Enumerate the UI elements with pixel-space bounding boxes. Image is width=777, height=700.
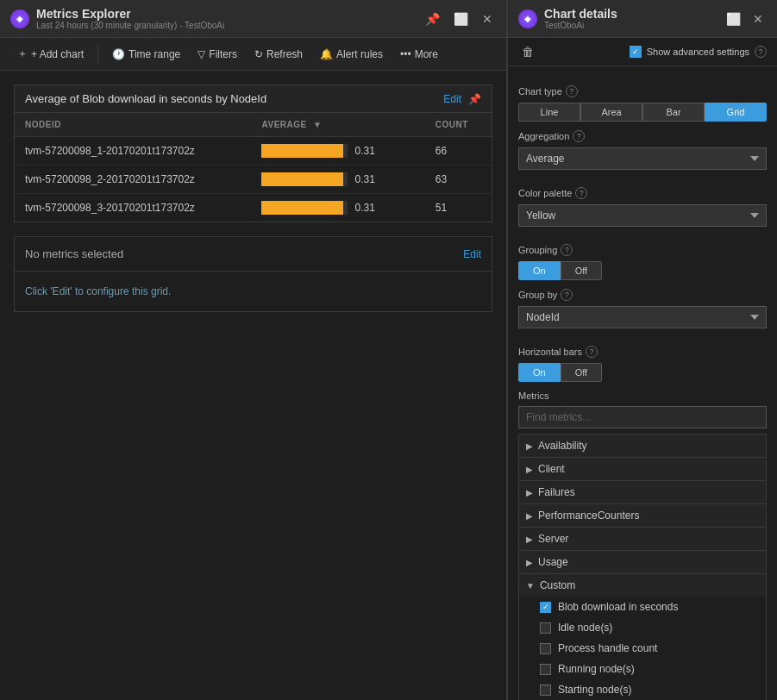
metrics-group-client: ▶ Client (519, 458, 766, 481)
cell-nodeid-1: tvm-57200098_2-20170201t173702z (15, 166, 251, 194)
metric-checkbox-3 (540, 664, 551, 675)
metric-item-idle-node(s)[interactable]: Idle node(s) (519, 617, 766, 638)
restore-button[interactable]: ⬜ (450, 10, 472, 28)
right-panel-subtitle: TestOboAi (544, 21, 617, 30)
metrics-label: Metrics (518, 391, 767, 401)
horizontal-bars-section: Horizontal bars ? (518, 346, 767, 358)
bar-fill-1 (261, 172, 343, 186)
app-title: Metrics Explorer (36, 7, 224, 21)
right-title-text: Chart details TestOboAi (544, 7, 617, 30)
grouping-section: Grouping ? (518, 244, 767, 256)
metric-checkbox-0: ✓ (540, 602, 551, 613)
grouping-on-button[interactable]: On (518, 261, 561, 280)
close-button[interactable]: ✕ (479, 10, 496, 28)
metric-item-process-handle-count[interactable]: Process handle count (519, 638, 766, 659)
right-panel-title: Chart details (544, 7, 617, 21)
col-average[interactable]: AVERAGE ▼ (251, 113, 424, 137)
chart-type-line[interactable]: Line (518, 103, 580, 122)
metric-label-0: Blob download in seconds (558, 601, 678, 613)
color-palette-info-icon: ? (575, 187, 587, 199)
bar-container-1 (261, 172, 348, 186)
table-row: tvm-57200098_2-20170201t173702z 0.31 63 (15, 166, 492, 194)
show-advanced-container: ✓ Show advanced settings ? (630, 46, 767, 58)
chart-type-grid[interactable]: Grid (705, 103, 767, 122)
horizontal-bars-off-button[interactable]: Off (561, 363, 602, 382)
metrics-search-input[interactable] (518, 406, 767, 428)
right-toolbar: 🗑 ✓ Show advanced settings ? (508, 38, 777, 66)
title-controls: 📌 ⬜ ✕ (422, 10, 496, 28)
metrics-group-header-server[interactable]: ▶ Server (519, 528, 766, 550)
title-left: ◆ Metrics Explorer Last 24 hours (30 min… (10, 7, 224, 30)
chart-title: Average of Blob download in seconds by N… (25, 92, 266, 105)
color-palette-select[interactable]: Yellow Blue Red Green (518, 204, 767, 227)
add-icon: ＋ (17, 47, 28, 61)
metrics-list: ▶ Availability ▶ Client ▶ Failures ▶ Per… (518, 434, 767, 700)
metrics-group-header-usage[interactable]: ▶ Usage (519, 551, 766, 573)
left-title-bar: ◆ Metrics Explorer Last 24 hours (30 min… (0, 0, 506, 38)
table-body: tvm-57200098_1-20170201t173702z 0.31 66 … (15, 137, 492, 222)
chart-edit-button[interactable]: Edit (443, 93, 461, 105)
expand-icon-client: ▶ (526, 465, 533, 474)
right-panel-content: Chart type ? Line Area Bar Grid Aggregat… (508, 66, 777, 700)
expand-icon-failures: ▶ (526, 488, 533, 497)
time-range-button[interactable]: 🕐 Time range (105, 45, 187, 64)
right-app-icon: ◆ (518, 9, 537, 28)
chart-type-section: Chart type ? (518, 85, 767, 97)
metrics-group-custom: ▼ Custom ✓ Blob download in seconds Idle… (519, 574, 766, 700)
grouping-off-button[interactable]: Off (561, 261, 602, 280)
metric-item-running-node(s)[interactable]: Running node(s) (519, 659, 766, 679)
metrics-group-header-custom[interactable]: ▼ Custom (519, 574, 766, 597)
pin-button[interactable]: 📌 (422, 10, 443, 28)
bar-container-0 (261, 144, 348, 158)
average-value-2: 0.31 (354, 202, 380, 214)
refresh-icon: ↻ (254, 48, 263, 60)
alert-rules-button[interactable]: 🔔 Alert rules (313, 45, 390, 64)
clock-icon: 🕐 (112, 48, 125, 60)
no-metrics-edit-button[interactable]: Edit (463, 248, 481, 260)
metric-checkbox-2 (540, 643, 551, 654)
expand-icon-custom: ▼ (526, 581, 535, 591)
horizontal-bars-on-button[interactable]: On (518, 363, 561, 382)
grouping-info-icon: ? (561, 244, 573, 256)
metric-checkbox-4 (540, 684, 551, 696)
group-label-failures: Failures (538, 486, 575, 498)
right-restore-button[interactable]: ⬜ (723, 10, 744, 28)
show-advanced-checkbox[interactable]: ✓ (630, 46, 642, 58)
left-panel: ◆ Metrics Explorer Last 24 hours (30 min… (0, 0, 507, 700)
add-chart-button[interactable]: ＋ + Add chart (10, 43, 91, 65)
right-title-bar: ◆ Chart details TestOboAi ⬜ ✕ (508, 0, 777, 38)
refresh-button[interactable]: ↻ Refresh (248, 45, 310, 64)
metric-item-starting-node(s)[interactable]: Starting node(s) (519, 679, 766, 700)
metric-item-blob-download-in-seconds[interactable]: ✓ Blob download in seconds (519, 597, 766, 617)
bar-fill-0 (261, 144, 343, 158)
right-close-button[interactable]: ✕ (749, 10, 767, 28)
chart-type-area[interactable]: Area (580, 103, 642, 122)
no-metrics-label: No metrics selected (25, 247, 123, 260)
chart-header: Average of Blob download in seconds by N… (15, 85, 492, 113)
chart-header-actions: Edit 📌 (443, 93, 481, 105)
aggregation-select[interactable]: Average Sum Min Max Count (518, 147, 767, 170)
delete-button[interactable]: 🗑 (518, 43, 537, 60)
table-header-row: NODEID AVERAGE ▼ COUNT (15, 113, 492, 137)
group-by-select[interactable]: NodeId None (518, 306, 767, 328)
metric-checkbox-1 (540, 622, 551, 634)
metric-label-2: Process handle count (558, 642, 657, 654)
metrics-group-header-client[interactable]: ▶ Client (519, 458, 766, 480)
aggregation-info-icon: ? (573, 130, 585, 142)
ellipsis-icon: ••• (400, 48, 411, 60)
chart-type-bar[interactable]: Bar (642, 103, 705, 122)
right-controls: ⬜ ✕ (723, 10, 767, 28)
metrics-group-header-performancecounters[interactable]: ▶ PerformanceCounters (519, 504, 766, 527)
cell-count-0: 66 (425, 137, 492, 166)
more-button[interactable]: ••• More (393, 45, 445, 64)
configure-hint: Click 'Edit' to configure this grid. (15, 272, 492, 311)
app-icon: ◆ (10, 9, 29, 28)
title-text: Metrics Explorer Last 24 hours (30 minut… (36, 7, 224, 30)
bar-fill-2 (261, 201, 343, 215)
metrics-group-header-failures[interactable]: ▶ Failures (519, 481, 766, 503)
metrics-group-header-availability[interactable]: ▶ Availability (519, 434, 766, 457)
filters-button[interactable]: ▽ Filters (191, 45, 244, 64)
toolbar: ＋ + Add chart 🕐 Time range ▽ Filters ↻ R… (0, 38, 506, 71)
filter-icon: ▽ (197, 48, 205, 60)
grouping-toggle: On Off (518, 261, 767, 280)
